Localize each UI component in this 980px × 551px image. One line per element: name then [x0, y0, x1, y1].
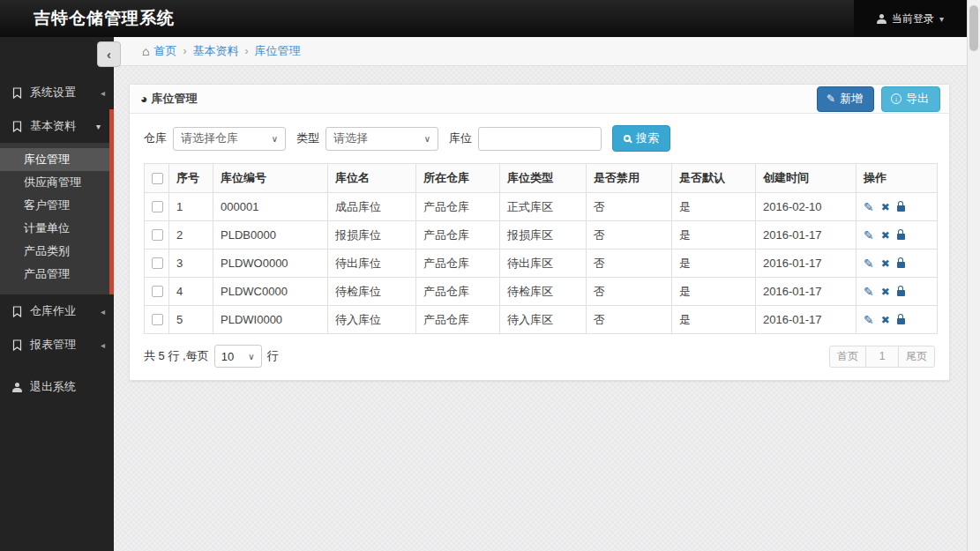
logout-user-icon: [12, 383, 22, 392]
sidebar-item-product-mgmt[interactable]: 产品管理: [0, 263, 109, 286]
cell-type: 待出库区: [500, 249, 587, 278]
delete-icon[interactable]: ✖: [881, 229, 890, 242]
table-row: 5 PLDWI0000 待入库位 产品仓库 待入库区 否 是 2016-01-1…: [145, 306, 938, 334]
table-header-row: 序号 库位编号 库位名 所在仓库 库位类型 是否禁用 是否默认 创建时间 操作: [145, 164, 938, 193]
cell-created: 2016-02-10: [756, 193, 857, 221]
cell-seq: 3: [169, 249, 213, 278]
edit-icon[interactable]: ✎: [864, 228, 874, 242]
location-mgmt-panel: ◕ 库位管理 ✎ 新增 ↓ 导出 仓库 请选择仓库 ∨ 类型: [129, 84, 950, 381]
breadcrumb-location-mgmt[interactable]: 库位管理: [254, 43, 300, 59]
chevron-down-icon: ▾: [96, 122, 101, 131]
bookmark-icon: [12, 121, 22, 132]
sidebar-item-location-mgmt[interactable]: 库位管理: [0, 148, 109, 171]
table-row: 2 PLDB0000 报损库位 产品仓库 报损库区 否 是 2016-01-17…: [145, 221, 938, 249]
export-button[interactable]: ↓ 导出: [881, 86, 940, 112]
pagination-first[interactable]: 首页: [829, 346, 866, 368]
type-select[interactable]: 请选择 ∨: [325, 127, 438, 151]
cell-seq: 2: [169, 221, 213, 249]
col-name: 库位名: [328, 164, 416, 193]
breadcrumb-separator: ›: [244, 45, 248, 57]
delete-icon[interactable]: ✖: [881, 257, 890, 270]
edit-icon[interactable]: ✎: [864, 285, 874, 299]
cell-code: PLDWO0000: [213, 249, 328, 278]
pagination: 首页 1 尾页: [830, 346, 935, 368]
row-checkbox[interactable]: [152, 286, 163, 297]
locations-table: 序号 库位编号 库位名 所在仓库 库位类型 是否禁用 是否默认 创建时间 操作 …: [144, 163, 938, 334]
current-user-menu[interactable]: 当前登录 ▾: [854, 0, 967, 37]
edit-icon[interactable]: ✎: [864, 200, 874, 214]
delete-icon[interactable]: ✖: [881, 286, 890, 298]
search-button-label: 搜索: [636, 130, 659, 146]
col-created: 创建时间: [756, 164, 857, 193]
cell-default: 是: [672, 193, 756, 221]
export-button-label: 导出: [906, 91, 929, 107]
breadcrumb-home[interactable]: 首页: [153, 43, 176, 59]
lock-icon[interactable]: [897, 262, 905, 268]
col-default: 是否默认: [672, 164, 756, 193]
cell-disabled: 否: [587, 221, 672, 249]
row-count-suffix: 行: [267, 348, 279, 364]
select-all-checkbox[interactable]: [152, 173, 163, 184]
lock-icon[interactable]: [897, 205, 905, 212]
lock-icon[interactable]: [897, 290, 905, 296]
lock-icon[interactable]: [897, 234, 905, 240]
sidebar: 系统设置 ◂ 基本资料 ▾ 库位管理 供应商管理 客户管理 计量单位 产品类别 …: [0, 37, 114, 551]
pencil-icon: ✎: [827, 93, 835, 105]
sidebar-item-warehouse-ops[interactable]: 仓库作业 ◂: [0, 294, 114, 328]
col-disabled: 是否禁用: [587, 164, 672, 193]
edit-icon[interactable]: ✎: [864, 257, 874, 271]
row-count-text: 共 5 行 ,每页: [144, 348, 209, 364]
sidebar-item-unit-mgmt[interactable]: 计量单位: [0, 217, 109, 240]
lock-icon[interactable]: [897, 318, 905, 324]
cell-name: 待检库位: [328, 278, 416, 306]
cell-default: 是: [672, 306, 756, 334]
pagination-last[interactable]: 尾页: [898, 346, 935, 368]
page-size-select[interactable]: 10 ∨: [214, 345, 262, 368]
sidebar-item-product-category[interactable]: 产品类别: [0, 240, 109, 263]
cell-code: PLDWI0000: [213, 306, 328, 334]
filter-bar: 仓库 请选择仓库 ∨ 类型 请选择 ∨ 库位 搜索: [130, 114, 949, 163]
delete-icon[interactable]: ✖: [881, 314, 890, 326]
cell-default: 是: [672, 221, 756, 249]
row-checkbox[interactable]: [152, 314, 163, 325]
cell-type: 待检库区: [500, 278, 587, 306]
table-row: 1 000001 成品库位 产品仓库 正式库区 否 是 2016-02-10 ✎…: [145, 193, 938, 221]
chevron-left-icon: ◂: [101, 340, 105, 350]
table-footer: 共 5 行 ,每页 10 ∨ 行 首页 1 尾页: [130, 334, 949, 380]
search-button[interactable]: 搜索: [612, 125, 670, 152]
vertical-scrollbar[interactable]: [967, 0, 980, 551]
pagination-page-1[interactable]: 1: [865, 346, 899, 368]
sidebar-item-supplier-mgmt[interactable]: 供应商管理: [0, 171, 109, 194]
delete-icon[interactable]: ✖: [881, 201, 890, 213]
bookmark-icon: [12, 339, 22, 351]
col-type: 库位类型: [500, 164, 587, 193]
panel-header: ◕ 库位管理 ✎ 新增 ↓ 导出: [130, 85, 949, 114]
row-checkbox[interactable]: [152, 257, 163, 269]
add-button[interactable]: ✎ 新增: [817, 86, 874, 112]
sidebar-item-customer-mgmt[interactable]: 客户管理: [0, 194, 109, 217]
row-checkbox[interactable]: [152, 229, 163, 241]
table-row: 3 PLDWO0000 待出库位 产品仓库 待出库区 否 是 2016-01-1…: [145, 249, 938, 278]
sidebar-item-label: 系统设置: [30, 85, 93, 101]
sidebar-item-report-mgmt[interactable]: 报表管理 ◂: [0, 328, 114, 361]
sidebar-item-logout[interactable]: 退出系统: [0, 370, 114, 404]
cell-code: PLDWC0000: [213, 278, 328, 306]
breadcrumb-basic-data[interactable]: 基本资料: [192, 43, 238, 59]
location-input[interactable]: [478, 127, 602, 151]
scrollbar-thumb[interactable]: [969, 5, 978, 51]
user-icon: [877, 14, 886, 24]
cell-name: 待出库位: [328, 249, 416, 278]
cell-code: 000001: [213, 193, 328, 221]
sidebar-collapse-button[interactable]: ‹: [97, 41, 121, 67]
warehouse-select[interactable]: 请选择仓库 ∨: [173, 127, 286, 151]
sidebar-item-system-settings[interactable]: 系统设置 ◂: [0, 76, 114, 109]
sidebar-item-basic-data[interactable]: 基本资料 ▾: [0, 109, 109, 143]
cell-disabled: 否: [587, 278, 672, 306]
edit-icon[interactable]: ✎: [864, 313, 874, 327]
location-filter-label: 库位: [449, 130, 472, 146]
search-icon: [624, 135, 631, 142]
cell-seq: 5: [169, 306, 213, 334]
chevron-down-icon: ▾: [939, 14, 944, 24]
cell-name: 待入库位: [328, 306, 416, 334]
row-checkbox[interactable]: [152, 201, 163, 212]
